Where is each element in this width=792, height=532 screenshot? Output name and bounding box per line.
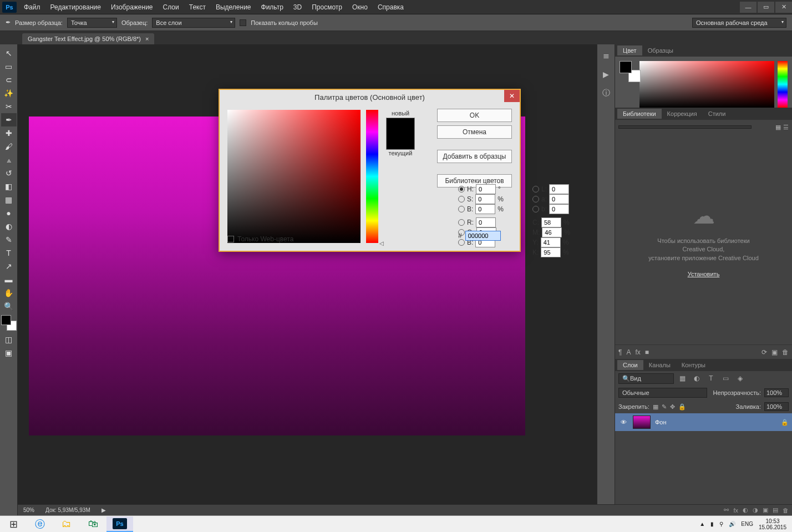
menu-filter[interactable]: Фильтр [256, 3, 288, 11]
menu-edit[interactable]: Редактирование [45, 3, 106, 11]
history-brush-icon[interactable]: ↺ [1, 166, 17, 180]
r-input[interactable] [476, 217, 496, 227]
filter-adjust-icon[interactable]: ◐ [691, 373, 703, 384]
list-view-icon[interactable]: ☰ [783, 124, 789, 131]
add-swatch-button[interactable]: Добавить в образцы [437, 150, 512, 163]
trash-icon[interactable]: 🗑 [782, 348, 789, 356]
layer-thumbnail[interactable] [633, 416, 651, 429]
info-panel-icon[interactable]: ⓘ [601, 88, 612, 99]
explorer-icon[interactable]: 🗂 [53, 516, 80, 532]
lb-input[interactable] [549, 204, 569, 214]
menu-layers[interactable]: Слои [158, 3, 184, 11]
lasso-tool-icon[interactable]: ⊂ [1, 73, 17, 87]
lock-pixels-icon[interactable]: ▦ [653, 403, 658, 411]
a-radio[interactable] [532, 196, 539, 202]
show-ring-checkbox[interactable] [240, 19, 246, 26]
c-input[interactable] [541, 217, 561, 227]
store-icon[interactable]: 🛍 [80, 516, 106, 532]
library-dropdown[interactable] [618, 125, 752, 129]
saturation-value-field[interactable] [227, 110, 361, 243]
layer-row[interactable]: 👁 Фон 🔒 [615, 413, 792, 431]
pen-tool-icon[interactable]: ✎ [1, 233, 17, 246]
tab-adjustments[interactable]: Коррекция [662, 109, 703, 119]
tab-libraries[interactable]: Библиотеки [617, 109, 662, 119]
color-swatches[interactable] [1, 315, 17, 331]
paragraph-style-icon[interactable]: ¶ [618, 348, 622, 356]
b-radio[interactable] [458, 206, 465, 212]
menu-file[interactable]: Файл [19, 3, 45, 11]
tab-color[interactable]: Цвет [617, 45, 642, 55]
maximize-button[interactable]: ▭ [758, 2, 774, 13]
panel-color-swatch[interactable] [620, 61, 636, 78]
menu-view[interactable]: Просмотр [307, 3, 347, 11]
s-radio[interactable] [458, 196, 465, 202]
install-link[interactable]: Установить [688, 270, 720, 278]
crop-tool-icon[interactable]: ✂ [1, 100, 17, 113]
mask-icon[interactable]: ◐ [743, 506, 748, 514]
blend-mode-dropdown[interactable]: Обычные [618, 388, 707, 398]
gradient-tool-icon[interactable]: ▦ [1, 193, 17, 206]
dialog-close-button[interactable]: ✕ [504, 90, 520, 102]
menu-help[interactable]: Справка [373, 3, 409, 11]
hex-input[interactable] [465, 231, 501, 241]
stamp-tool-icon[interactable]: ⟁ [1, 153, 17, 166]
new-layer-icon[interactable]: ▤ [773, 506, 778, 514]
menu-text[interactable]: Текст [184, 3, 211, 11]
move-tool-icon[interactable]: ↖ [1, 47, 17, 60]
new-icon[interactable]: ▣ [771, 348, 778, 356]
cancel-button[interactable]: Отмена [437, 125, 512, 139]
adjustment-icon[interactable]: ◑ [753, 506, 758, 514]
hue-slider[interactable] [778, 61, 788, 108]
group-icon[interactable]: ▣ [763, 506, 768, 514]
zoom-level[interactable]: 50% [23, 507, 34, 513]
lock-all-icon[interactable]: 🔒 [678, 403, 686, 411]
tray-battery-icon[interactable]: ▮ [710, 521, 714, 527]
fx-icon[interactable]: fx [733, 507, 738, 514]
path-select-icon[interactable]: ↗ [1, 260, 17, 273]
filter-text-icon[interactable]: T [705, 373, 717, 384]
opacity-input[interactable] [764, 388, 789, 397]
eraser-tool-icon[interactable]: ◧ [1, 180, 17, 193]
web-only-checkbox[interactable] [227, 236, 234, 242]
menu-3d[interactable]: 3D [288, 3, 307, 11]
filter-smart-icon[interactable]: ◈ [734, 373, 746, 384]
blur-tool-icon[interactable]: ● [1, 206, 17, 220]
document-tab[interactable]: Gangster Text Effect.jpg @ 50% (RGB/8*) … [22, 33, 154, 44]
h-input[interactable] [476, 184, 496, 194]
lock-position-icon[interactable]: ✥ [670, 403, 675, 411]
visibility-icon[interactable]: 👁 [618, 419, 628, 425]
color-add-icon[interactable]: ■ [645, 348, 649, 356]
filter-shape-icon[interactable]: ▭ [719, 373, 732, 384]
tab-layers[interactable]: Слои [617, 360, 643, 370]
tray-clock[interactable]: 10:53 15.06.2015 [759, 518, 786, 530]
tray-up-icon[interactable]: ▲ [699, 521, 705, 527]
brush-tool-icon[interactable]: 🖌 [1, 140, 17, 153]
sample-dropdown[interactable]: Все слои [152, 18, 235, 28]
s-input[interactable] [475, 194, 495, 204]
marquee-tool-icon[interactable]: ▭ [1, 60, 17, 73]
hue-slider[interactable] [366, 110, 378, 243]
start-button[interactable]: ⊞ [0, 516, 27, 532]
close-button[interactable]: ✕ [775, 2, 792, 13]
status-arrow-icon[interactable]: ▶ [101, 507, 106, 513]
fill-input[interactable] [764, 402, 789, 411]
shape-tool-icon[interactable]: ▬ [1, 273, 17, 286]
dodge-tool-icon[interactable]: ◐ [1, 220, 17, 233]
sample-size-dropdown[interactable]: Точка [67, 18, 117, 28]
a-input[interactable] [549, 194, 569, 204]
ok-button[interactable]: OK [437, 109, 512, 122]
screenmode-icon[interactable]: ▣ [1, 346, 17, 359]
minimize-button[interactable]: — [740, 2, 757, 13]
lb-radio[interactable] [532, 206, 539, 212]
history-panel-icon[interactable]: ≣ [601, 50, 612, 61]
eyedropper-tool-icon[interactable]: ✒ [1, 113, 17, 126]
menu-select[interactable]: Выделение [211, 3, 256, 11]
color-field[interactable] [639, 61, 774, 108]
actions-panel-icon[interactable]: ▶ [601, 69, 612, 80]
photoshop-taskbar-icon[interactable]: Ps [106, 516, 133, 532]
link-icon[interactable]: ⚯ [724, 506, 729, 514]
y-input[interactable] [541, 237, 561, 247]
lock-brush-icon[interactable]: ✎ [662, 403, 667, 411]
eyedropper-tool-icon[interactable]: ✒ [6, 19, 11, 26]
grid-view-icon[interactable]: ▦ [775, 124, 781, 131]
